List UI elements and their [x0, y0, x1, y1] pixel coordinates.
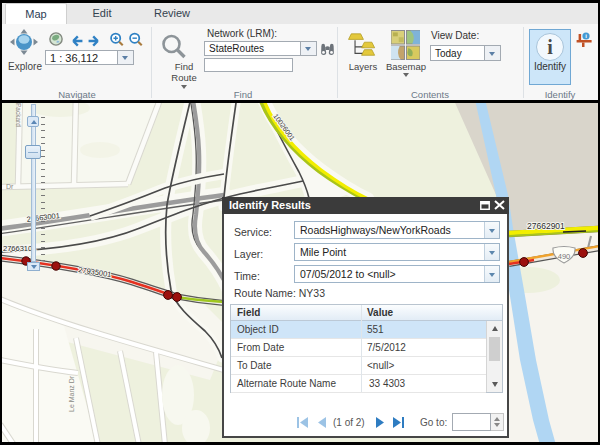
svg-text:27662901: 27662901 [527, 221, 565, 231]
svg-text:490: 490 [558, 252, 571, 261]
svg-text:Le Manz Dr: Le Manz Dr [68, 375, 75, 412]
svg-text:Dr: Dr [6, 183, 14, 190]
svg-text:Packard: Packard [15, 103, 22, 127]
